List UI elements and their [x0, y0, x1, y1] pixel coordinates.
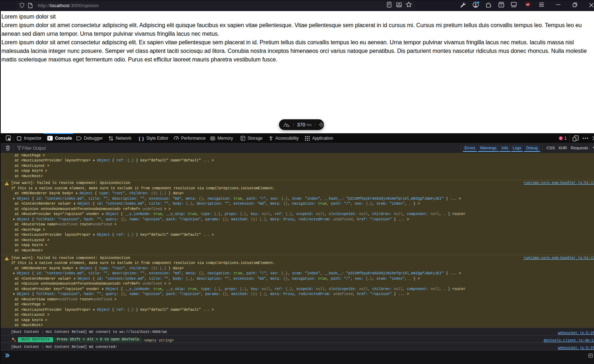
svg-text:uO: uO [526, 3, 529, 6]
